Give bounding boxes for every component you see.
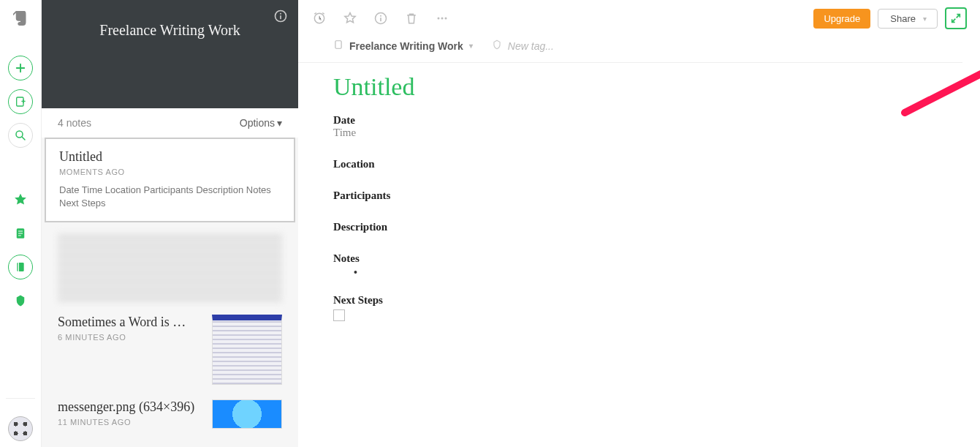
note-list-item[interactable]: Sometimes a Word is … 6 MINUTES AGO [42,307,298,392]
new-tag-placeholder: New tag... [508,40,554,52]
notebook-header: Freelance Writing Work [42,0,298,108]
account-avatar-icon[interactable] [8,416,33,441]
left-rail [0,0,42,447]
svg-rect-11 [380,18,381,21]
notebook-title: Freelance Writing Work [42,0,298,39]
notebook-name: Freelance Writing Work [349,40,463,52]
note-item-time: MOMENTS AGO [59,168,281,176]
svg-point-10 [380,15,381,17]
checkbox[interactable] [333,309,345,321]
field-next-steps-label: Next Steps [333,294,945,307]
field-time-label: Time [333,127,945,139]
note-count-label: 4 notes [58,117,91,129]
field-location-label: Location [333,158,945,170]
notebook-selector[interactable]: Freelance Writing Work ▾ [333,40,473,52]
note-item-title: messenger.png (634×396) [58,399,203,415]
reminder-icon[interactable] [311,10,327,26]
field-notes-label: Notes [333,252,945,265]
more-menu-icon[interactable] [434,10,450,26]
note-list-item[interactable]: Untitled MOMENTS AGO Date Time Location … [45,138,295,222]
share-button[interactable]: Share ▾ [878,9,938,29]
list-options-button[interactable]: Options ▾ [240,117,282,129]
shortcut-star-icon[interactable] [342,10,358,26]
note-info-icon[interactable] [373,10,389,26]
expand-button[interactable] [945,7,967,29]
chevron-down-icon: ▾ [277,117,282,129]
evernote-logo-icon[interactable] [8,6,33,31]
notebooks-icon[interactable] [8,255,33,279]
note-item-time: 6 MINUTES AGO [58,333,203,342]
notebook-icon [333,40,343,52]
new-note-button[interactable] [8,56,33,80]
field-description-label: Description [333,221,945,233]
note-item-snippet: Date Time Location Participants Descript… [59,184,281,209]
svg-point-13 [441,18,444,20]
note-list-item[interactable]: messenger.png (634×396) 11 MINUTES AGO [42,392,298,441]
note-body[interactable]: Untitled Date Time Location Participants… [298,63,980,331]
tags-icon[interactable] [8,288,33,313]
editor-meta-row: Freelance Writing Work ▾ New tag... [298,34,962,63]
trash-icon[interactable] [403,10,419,26]
new-tag-input[interactable]: New tag... [492,40,554,52]
note-thumbnail [212,315,282,385]
options-label: Options [240,117,275,129]
note-list-panel: Freelance Writing Work 4 notes Options ▾… [42,0,298,447]
field-participants-label: Participants [333,189,945,202]
svg-point-14 [445,18,447,20]
notes-icon[interactable] [8,221,33,246]
share-label: Share [890,13,916,24]
note-item-title: Sometimes a Word is … [58,315,203,330]
shortcuts-star-icon[interactable] [8,187,33,212]
field-date-label: Date [333,114,945,127]
note-item-title: Untitled [59,149,281,165]
svg-rect-15 [335,41,341,49]
tag-icon [492,40,502,52]
svg-rect-7 [280,15,281,19]
svg-point-12 [438,18,440,20]
svg-point-1 [16,131,23,138]
svg-rect-4 [18,263,19,271]
editor-toolbar: Upgrade Share ▾ [298,0,980,34]
svg-point-6 [280,13,281,15]
upgrade-button[interactable]: Upgrade [813,9,870,29]
new-from-template-button[interactable] [8,89,33,114]
bullet-item[interactable]: • [354,266,945,278]
redacted-note-preview [58,233,282,301]
search-button[interactable] [8,123,33,148]
list-subheader: 4 notes Options ▾ [42,108,298,138]
note-thumbnail [212,399,282,429]
notebook-info-icon[interactable] [273,9,288,23]
editor-panel: Upgrade Share ▾ Freelance Writing Work ▾… [298,0,980,447]
note-title[interactable]: Untitled [333,73,945,101]
chevron-down-icon: ▾ [923,15,927,23]
note-item-time: 11 MINUTES AGO [58,418,203,427]
chevron-down-icon: ▾ [469,42,473,50]
